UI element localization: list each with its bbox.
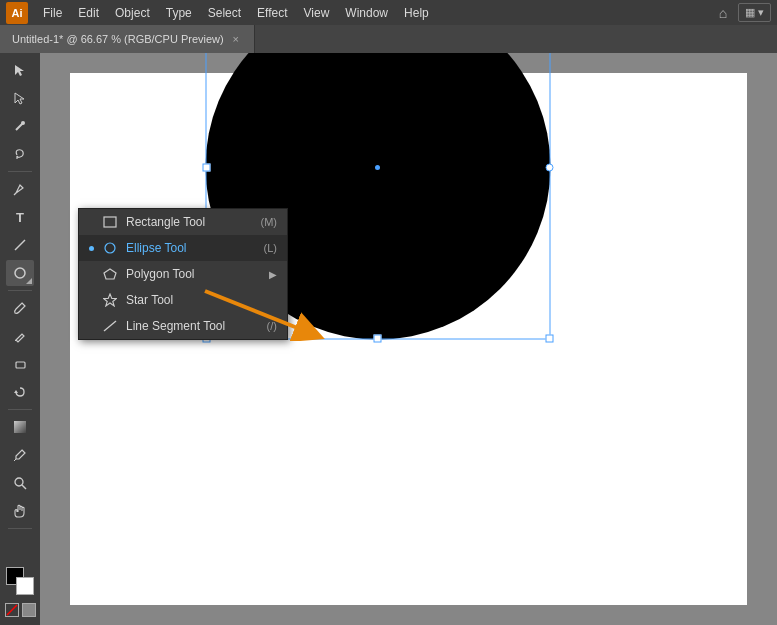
stroke-fill-row	[5, 603, 36, 617]
color-swatches	[6, 567, 34, 595]
shape-tool-dropdown: Rectangle Tool (M) Ellipse Tool (L) Poly…	[78, 208, 288, 340]
svg-line-2	[14, 193, 16, 195]
polygon-submenu-arrow: ▶	[269, 269, 277, 280]
type-tool[interactable]: T	[6, 204, 34, 230]
workspace-arrow-icon: ▾	[758, 6, 764, 19]
line-segment-icon	[102, 318, 118, 334]
svg-rect-6	[16, 362, 25, 368]
rotate-tool[interactable]	[6, 379, 34, 405]
svg-point-4	[15, 268, 25, 278]
direct-selection-tool[interactable]	[6, 85, 34, 111]
fill-icon[interactable]	[22, 603, 36, 617]
handle-bottom-right[interactable]	[545, 335, 553, 343]
main-layout: T	[0, 53, 777, 625]
tab-close-button[interactable]: ×	[230, 33, 242, 45]
toolbar-separator-4	[8, 528, 32, 529]
menu-item-line-key: (/)	[267, 320, 277, 332]
selection-tool[interactable]	[6, 57, 34, 83]
gradient-tool[interactable]	[6, 414, 34, 440]
star-icon	[102, 292, 118, 308]
svg-line-11	[22, 485, 26, 489]
svg-line-17	[104, 321, 116, 331]
zoom-tool[interactable]	[6, 470, 34, 496]
workspace-grid-icon: ▦	[745, 6, 755, 19]
svg-marker-16	[104, 294, 117, 306]
menu-object[interactable]: Object	[108, 4, 157, 22]
svg-point-14	[105, 243, 115, 253]
svg-point-1	[21, 121, 25, 125]
menu-item-star-label: Star Tool	[126, 293, 173, 307]
tabbar: Untitled-1* @ 66.67 % (RGB/CPU Preview) …	[0, 25, 777, 53]
svg-point-10	[15, 478, 23, 486]
svg-line-3	[15, 240, 25, 250]
svg-line-12	[7, 605, 17, 615]
toolbar-separator-2	[8, 290, 32, 291]
menu-item-rectangle-key: (M)	[261, 216, 278, 228]
eraser-tool[interactable]	[6, 351, 34, 377]
active-indicator	[89, 246, 94, 251]
svg-line-9	[14, 459, 16, 461]
menu-view[interactable]: View	[297, 4, 337, 22]
menu-item-polygon[interactable]: Polygon Tool ▶	[79, 261, 287, 287]
toolbar-separator-3	[8, 409, 32, 410]
shape-tool[interactable]	[6, 260, 34, 286]
paintbrush-tool[interactable]	[6, 295, 34, 321]
menu-item-ellipse-label: Ellipse Tool	[126, 241, 186, 255]
menubar: Ai File Edit Object Type Select Effect V…	[0, 0, 777, 25]
hand-tool[interactable]	[6, 498, 34, 524]
toolbar-separator-1	[8, 171, 32, 172]
pencil-tool[interactable]	[6, 323, 34, 349]
tool-submenu-arrow	[26, 278, 32, 284]
menu-item-ellipse-key: (L)	[264, 242, 277, 254]
menu-item-polygon-label: Polygon Tool	[126, 267, 195, 281]
document-tab[interactable]: Untitled-1* @ 66.67 % (RGB/CPU Preview) …	[0, 25, 255, 53]
menu-item-line[interactable]: Line Segment Tool (/)	[79, 313, 287, 339]
pen-tool[interactable]	[6, 176, 34, 202]
menu-select[interactable]: Select	[201, 4, 248, 22]
menu-item-ellipse[interactable]: Ellipse Tool (L)	[79, 235, 287, 261]
stroke-none-icon[interactable]	[5, 603, 19, 617]
stroke-fill-controls	[5, 603, 36, 617]
ellipse-icon	[102, 240, 118, 256]
menu-item-star[interactable]: Star Tool	[79, 287, 287, 313]
magic-wand-tool[interactable]	[6, 113, 34, 139]
menu-help[interactable]: Help	[397, 4, 436, 22]
app-logo: Ai	[6, 2, 28, 24]
svg-marker-7	[14, 390, 18, 393]
menu-effect[interactable]: Effect	[250, 4, 294, 22]
foreground-background-swatches[interactable]	[6, 567, 34, 595]
menu-item-rectangle[interactable]: Rectangle Tool (M)	[79, 209, 287, 235]
home-icon[interactable]: ⌂	[714, 4, 732, 22]
toolbar: T	[0, 53, 40, 625]
menu-item-line-label: Line Segment Tool	[126, 319, 225, 333]
rectangle-icon	[102, 214, 118, 230]
workspace-button[interactable]: ▦ ▾	[738, 3, 771, 22]
eyedropper-tool[interactable]	[6, 442, 34, 468]
menu-edit[interactable]: Edit	[71, 4, 106, 22]
menu-window[interactable]: Window	[338, 4, 395, 22]
polygon-icon	[102, 266, 118, 282]
svg-line-5	[15, 340, 16, 341]
canvas-area[interactable]: Rectangle Tool (M) Ellipse Tool (L) Poly…	[40, 53, 777, 625]
menu-item-rectangle-label: Rectangle Tool	[126, 215, 205, 229]
svg-rect-13	[104, 217, 116, 227]
lasso-tool[interactable]	[6, 141, 34, 167]
background-color[interactable]	[16, 577, 34, 595]
svg-rect-8	[14, 421, 26, 433]
tab-title: Untitled-1* @ 66.67 % (RGB/CPU Preview)	[12, 33, 224, 45]
menu-file[interactable]: File	[36, 4, 69, 22]
menu-type[interactable]: Type	[159, 4, 199, 22]
svg-marker-15	[104, 269, 116, 279]
line-tool[interactable]	[6, 232, 34, 258]
menubar-right: ⌂ ▦ ▾	[714, 3, 771, 22]
